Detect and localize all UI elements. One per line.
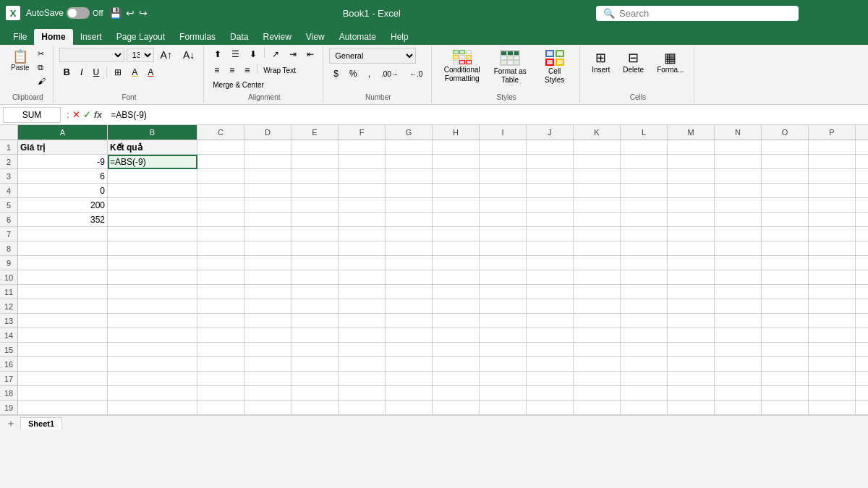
cell-e4[interactable]	[292, 184, 339, 198]
cell-k15[interactable]	[574, 343, 621, 357]
cell-l7[interactable]	[621, 227, 668, 241]
col-header-b[interactable]: B	[108, 125, 197, 140]
bold-button[interactable]: B	[59, 65, 75, 79]
search-input[interactable]	[619, 8, 778, 19]
col-header-m[interactable]: M	[668, 125, 715, 140]
cell-h12[interactable]	[433, 299, 480, 314]
cell-e5[interactable]	[292, 198, 339, 213]
cell-o13[interactable]	[762, 314, 809, 328]
cell-n2[interactable]	[715, 155, 762, 169]
cell-p1[interactable]	[809, 140, 856, 155]
row-header-10[interactable]: 10	[0, 270, 17, 285]
cell-n1[interactable]	[715, 140, 762, 155]
cell-p4[interactable]	[809, 184, 856, 198]
cell-k19[interactable]	[574, 401, 621, 415]
cell-e14[interactable]	[292, 328, 339, 343]
row-header-15[interactable]: 15	[0, 343, 17, 357]
cell-m18[interactable]	[668, 386, 715, 401]
cell-o10[interactable]	[762, 270, 809, 285]
cell-q1[interactable]	[856, 140, 868, 155]
row-header-17[interactable]: 17	[0, 372, 17, 386]
row-header-18[interactable]: 18	[0, 386, 17, 401]
row-header-6[interactable]: 6	[0, 213, 17, 227]
insert-cells-button[interactable]: ⊞ Insert	[586, 48, 616, 76]
cell-p16[interactable]	[809, 357, 856, 372]
copy-button[interactable]: ⧉	[35, 61, 48, 74]
cell-c13[interactable]	[197, 314, 244, 328]
cell-q7[interactable]	[856, 227, 868, 241]
cell-n17[interactable]	[715, 372, 762, 386]
cell-b19[interactable]	[108, 401, 197, 415]
merge-center-button[interactable]: Merge & Center	[210, 80, 267, 90]
cell-i4[interactable]	[480, 184, 527, 198]
cell-i15[interactable]	[480, 343, 527, 357]
cell-o5[interactable]	[762, 198, 809, 213]
cell-k1[interactable]	[574, 140, 621, 155]
cell-q18[interactable]	[856, 386, 868, 401]
cell-c12[interactable]	[197, 299, 244, 314]
cell-h11[interactable]	[433, 285, 480, 299]
cell-q4[interactable]	[856, 184, 868, 198]
cell-l12[interactable]	[621, 299, 668, 314]
cell-a10[interactable]	[18, 270, 108, 285]
cell-q10[interactable]	[856, 270, 868, 285]
cell-i10[interactable]	[480, 270, 527, 285]
cell-n14[interactable]	[715, 328, 762, 343]
cell-m19[interactable]	[668, 401, 715, 415]
cell-q11[interactable]	[856, 285, 868, 299]
cell-i5[interactable]	[480, 198, 527, 213]
cell-d9[interactable]	[244, 256, 292, 270]
cell-l6[interactable]	[621, 213, 668, 227]
cell-d17[interactable]	[244, 372, 292, 386]
cell-f14[interactable]	[339, 328, 386, 343]
cell-q16[interactable]	[856, 357, 868, 372]
row-header-8[interactable]: 8	[0, 241, 17, 256]
cell-q3[interactable]	[856, 169, 868, 184]
cell-b12[interactable]	[108, 299, 197, 314]
cell-n10[interactable]	[715, 270, 762, 285]
cell-i11[interactable]	[480, 285, 527, 299]
cell-o19[interactable]	[762, 401, 809, 415]
cell-h10[interactable]	[433, 270, 480, 285]
cell-d7[interactable]	[244, 227, 292, 241]
row-header-5[interactable]: 5	[0, 198, 17, 213]
cell-f13[interactable]	[339, 314, 386, 328]
cell-l14[interactable]	[621, 328, 668, 343]
cell-p8[interactable]	[809, 241, 856, 256]
cell-i3[interactable]	[480, 169, 527, 184]
cell-a4[interactable]: 0	[18, 184, 108, 198]
cell-a9[interactable]	[18, 256, 108, 270]
row-header-11[interactable]: 11	[0, 285, 17, 299]
tab-file[interactable]: File	[6, 29, 34, 45]
cell-d14[interactable]	[244, 328, 292, 343]
cell-g2[interactable]	[386, 155, 433, 169]
cell-d15[interactable]	[244, 343, 292, 357]
cell-d5[interactable]	[244, 198, 292, 213]
cell-e7[interactable]	[292, 227, 339, 241]
align-center-button[interactable]: ≡	[225, 64, 239, 77]
cell-a16[interactable]	[18, 357, 108, 372]
cell-i14[interactable]	[480, 328, 527, 343]
cell-m3[interactable]	[668, 169, 715, 184]
cut-button[interactable]: ✂	[35, 48, 48, 60]
cell-h2[interactable]	[433, 155, 480, 169]
paste-button[interactable]: 📋 Paste	[7, 48, 33, 74]
cell-l5[interactable]	[621, 198, 668, 213]
cell-p5[interactable]	[809, 198, 856, 213]
cell-a7[interactable]	[18, 227, 108, 241]
cell-n13[interactable]	[715, 314, 762, 328]
number-format-select[interactable]: General	[329, 48, 416, 64]
tab-data[interactable]: Data	[223, 29, 255, 45]
cell-f3[interactable]	[339, 169, 386, 184]
cell-l9[interactable]	[621, 256, 668, 270]
cell-j9[interactable]	[527, 256, 574, 270]
cell-a19[interactable]	[18, 401, 108, 415]
cell-f17[interactable]	[339, 372, 386, 386]
cell-l16[interactable]	[621, 357, 668, 372]
col-header-g[interactable]: G	[386, 125, 433, 140]
cell-e15[interactable]	[292, 343, 339, 357]
cell-j6[interactable]	[527, 213, 574, 227]
indent-button[interactable]: ⇥	[285, 48, 301, 61]
cell-i8[interactable]	[480, 241, 527, 256]
cell-n15[interactable]	[715, 343, 762, 357]
